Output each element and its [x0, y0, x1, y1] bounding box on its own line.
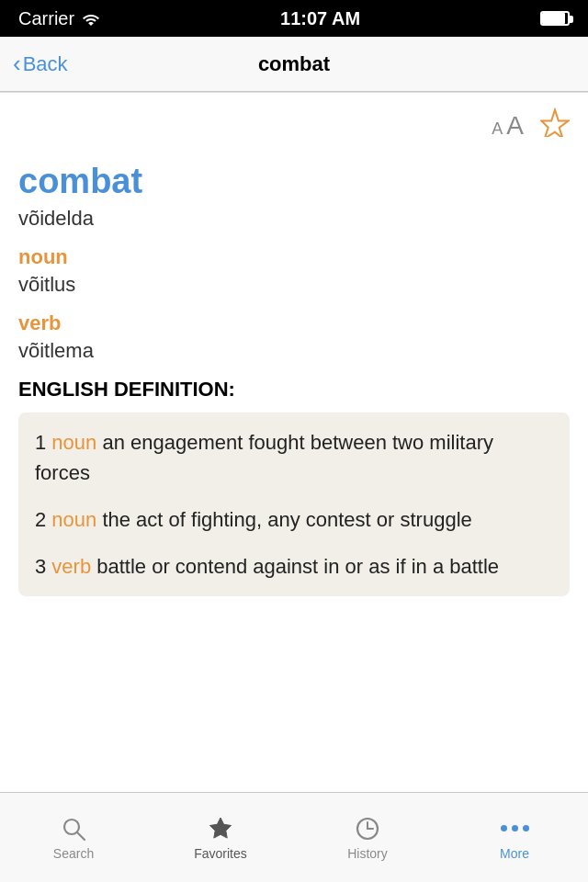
pos-verb-translation: võitlema [18, 339, 570, 363]
main-content: A A combat võidelda noun võitlus verb võ… [0, 93, 588, 792]
definition-item-3: 3 verb battle or contend against in or a… [35, 551, 553, 582]
svg-line-1 [77, 832, 85, 840]
font-size-small-label[interactable]: A [492, 119, 503, 139]
nav-title: combat [258, 52, 330, 76]
back-label: Back [23, 52, 68, 76]
def-number-3: 3 [35, 555, 51, 578]
def-text-1: an engagement fought between two militar… [35, 431, 493, 484]
battery-icon [540, 11, 570, 26]
definition-box: 1 noun an engagement fought between two … [18, 413, 570, 596]
pos-verb-label: verb [18, 311, 570, 335]
def-number-1: 1 [35, 431, 51, 454]
def-text-2: the act of fighting, any contest or stru… [96, 508, 471, 531]
more-dots-icon [501, 815, 529, 842]
bookmark-star-button[interactable] [540, 107, 570, 143]
back-chevron-icon: ‹ [13, 50, 21, 78]
tab-favorites[interactable]: Favorites [147, 793, 294, 882]
def-number-2: 2 [35, 508, 51, 531]
pos-noun-translation: võitlus [18, 273, 570, 297]
history-icon [354, 815, 381, 842]
tab-search-label: Search [53, 846, 94, 861]
word-translation: võidelda [18, 207, 570, 231]
font-size-controls: A A [492, 111, 524, 141]
carrier-wifi: Carrier [18, 8, 100, 29]
def-pos-1: noun [51, 431, 96, 454]
carrier-label: Carrier [18, 8, 74, 29]
word-heading: combat [18, 162, 570, 201]
tab-more[interactable]: More [441, 793, 588, 882]
def-pos-3: verb [51, 555, 91, 578]
font-toolbar: A A [18, 93, 570, 153]
tab-more-label: More [500, 846, 529, 861]
font-size-large-label[interactable]: A [506, 111, 524, 141]
tab-history[interactable]: History [294, 793, 441, 882]
status-time: 11:07 AM [280, 8, 360, 29]
pos-noun-label: noun [18, 245, 570, 269]
english-def-heading: ENGLISH DEFINITION: [18, 378, 570, 401]
def-pos-2: noun [51, 508, 96, 531]
tab-bar: Search Favorites History More [0, 792, 588, 882]
nav-bar: ‹ Back combat [0, 37, 588, 92]
tab-history-label: History [347, 846, 388, 861]
back-button[interactable]: ‹ Back [13, 50, 68, 78]
status-bar: Carrier 11:07 AM [0, 0, 588, 37]
def-text-3: battle or contend against in or as if in… [91, 555, 499, 578]
wifi-icon [82, 12, 100, 26]
star-icon [540, 107, 570, 137]
favorites-icon [207, 815, 234, 842]
definition-item-2: 2 noun the act of fighting, any contest … [35, 504, 553, 535]
definition-item-1: 1 noun an engagement fought between two … [35, 427, 553, 488]
search-icon [60, 815, 87, 842]
tab-search[interactable]: Search [0, 793, 147, 882]
tab-favorites-label: Favorites [194, 846, 247, 861]
